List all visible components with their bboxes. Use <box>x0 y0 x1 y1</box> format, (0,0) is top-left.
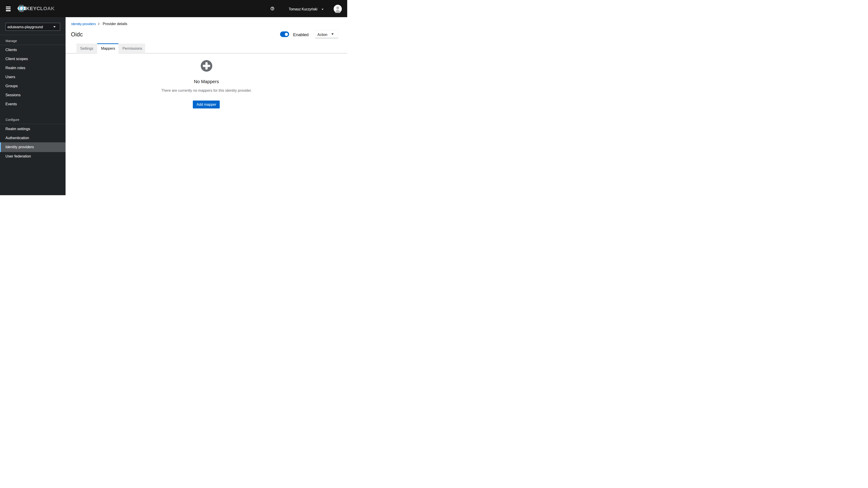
svg-text:KEYCLOAK: KEYCLOAK <box>26 6 55 11</box>
svg-text:?: ? <box>272 7 273 10</box>
